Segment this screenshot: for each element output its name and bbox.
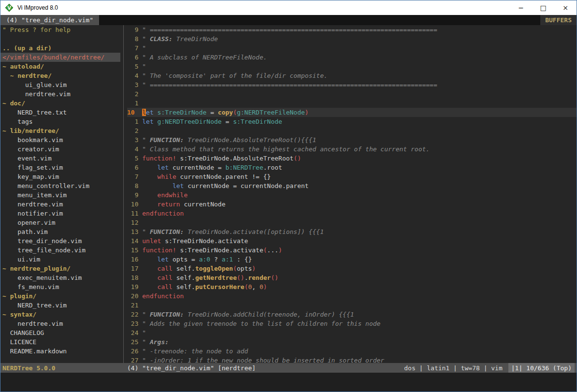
tree-file[interactable]: LICENCE xyxy=(0,337,120,347)
tree-file[interactable]: exec_menuitem.vim xyxy=(0,273,120,282)
tree-directory[interactable]: ~ nerdtree_plugin/ xyxy=(0,264,120,273)
line-number: 17 xyxy=(127,264,138,273)
code-line-current[interactable]: 10let s:TreeDirNode = copy(g:NERDTreeFil… xyxy=(127,108,577,117)
code-line[interactable]: 13" FUNCTION: TreeDirNode.activate([opti… xyxy=(127,227,577,236)
code-line[interactable]: 3" FUNCTION: TreeDirNode.AbsoluteTreeRoo… xyxy=(127,135,577,145)
tree-file[interactable]: tags xyxy=(0,117,120,126)
nerdtree-status: NERDTree 5.0.0 xyxy=(0,364,127,372)
tree-item[interactable]: </vimfiles/bundle/nerdtree/ xyxy=(0,53,120,62)
code-line[interactable]: 16 let opts = a:0 ? a:1 : {} xyxy=(127,255,577,264)
code-line[interactable]: 15function! s:TreeDirNode.activate(...) xyxy=(127,246,577,255)
line-number: 5 xyxy=(127,154,138,163)
code-line[interactable]: 5" xyxy=(127,62,577,71)
window-separator[interactable] xyxy=(120,25,127,363)
tree-file[interactable]: bookmark.vim xyxy=(0,135,120,145)
nerdtree-panel: " Press ? for help.. (up a dir)</vimfile… xyxy=(0,25,120,363)
tree-file[interactable]: README.markdown xyxy=(0,347,120,356)
tree-directory[interactable]: ~ syntax/ xyxy=(0,310,120,319)
tree-file[interactable]: menu_item.vim xyxy=(0,190,120,200)
code-line[interactable]: 12 xyxy=(127,218,577,227)
line-number: 16 xyxy=(127,255,138,264)
code-line[interactable]: 27" -inOrder: 1 if the new node should b… xyxy=(127,356,577,363)
code-line[interactable]: 9" =====================================… xyxy=(127,25,577,34)
code-line[interactable]: 17 call self.toggleOpen(opts) xyxy=(127,264,577,273)
code-line[interactable]: 6" A subclass of NERDTreeFileNode. xyxy=(127,53,577,62)
tree-directory[interactable]: ~ autoload/ xyxy=(0,62,120,71)
tree-file[interactable]: creator.vim xyxy=(0,145,120,154)
tab-tree-dir-node[interactable]: (4) "tree_dir_node.vim" xyxy=(0,15,99,25)
code-line[interactable]: 4" Class method that returns the highest… xyxy=(127,145,577,154)
code-line[interactable]: 21 xyxy=(127,301,577,310)
code-text: while currentNode.parent != {} xyxy=(142,172,271,181)
tree-file[interactable]: NERD_tree.txt xyxy=(0,108,120,117)
code-line[interactable]: 26" -treenode: the node to add xyxy=(127,347,577,356)
code-line[interactable]: 7" xyxy=(127,44,577,53)
code-line[interactable]: 20endfunction xyxy=(127,291,577,301)
code-line[interactable]: 24" xyxy=(127,328,577,337)
tree-file[interactable]: NERD_tree.vim xyxy=(0,301,120,310)
tree-file[interactable]: flag_set.vim xyxy=(0,163,120,172)
code-line[interactable]: 18 call self.getNerdtree().render() xyxy=(127,273,577,282)
code-text: " FUNCTION: TreeDirNode.addChild(treenod… xyxy=(142,310,354,319)
code-line[interactable]: 8 let currentNode = currentNode.parent xyxy=(127,181,577,190)
minimize-button[interactable]: − xyxy=(510,0,532,15)
statusline-position: |1| 10/636 (Top) xyxy=(508,363,575,373)
tree-file[interactable]: nerdtree.vim xyxy=(0,89,120,99)
line-number: 6 xyxy=(127,53,138,62)
title-bar[interactable]: V Vi IMproved 8.0 − □ × xyxy=(0,0,577,15)
code-line[interactable]: 10 return currentNode xyxy=(127,200,577,209)
tree-directory[interactable]: ~ lib/nerdtree/ xyxy=(0,126,120,135)
tree-file[interactable]: nerdtree.vim xyxy=(0,200,120,209)
close-button[interactable]: × xyxy=(554,0,577,15)
line-number: 26 xyxy=(127,347,138,356)
code-line[interactable]: 19 call self.putCursorHere(0, 0) xyxy=(127,282,577,291)
code-line[interactable]: 4" The 'composite' part of the file/dir … xyxy=(127,71,577,80)
code-line[interactable]: 23" Adds the given treenode to the list … xyxy=(127,319,577,328)
tree-file[interactable]: tree_dir_node.vim xyxy=(0,236,120,246)
tree-file[interactable]: tree_file_node.vim xyxy=(0,246,120,255)
tree-file[interactable]: menu_controller.vim xyxy=(0,181,120,190)
code-line[interactable]: 2 xyxy=(127,89,577,99)
code-line[interactable]: 3" =====================================… xyxy=(127,80,577,89)
code-line[interactable]: 22" FUNCTION: TreeDirNode.addChild(treen… xyxy=(127,310,577,319)
tree-file[interactable]: fs_menu.vim xyxy=(0,282,120,291)
tree-item[interactable]: .. (up a dir) xyxy=(0,44,120,53)
line-number: 9 xyxy=(127,190,138,200)
code-line[interactable]: 11endfunction xyxy=(127,209,577,218)
code-text: " A subclass of NERDTreeFileNode. xyxy=(142,53,267,62)
tree-file[interactable]: ui_glue.vim xyxy=(0,80,120,89)
code-line[interactable]: 1 xyxy=(127,99,577,108)
tree-file[interactable]: key_map.vim xyxy=(0,172,120,181)
code-text: unlet s:TreeDirNode.activate xyxy=(142,236,248,246)
command-line[interactable] xyxy=(0,373,577,392)
tree-directory[interactable]: ~ nerdtree/ xyxy=(0,71,120,80)
code-line[interactable]: 5function! s:TreeDirNode.AbsoluteTreeRoo… xyxy=(127,154,577,163)
code-line[interactable]: 7 while currentNode.parent != {} xyxy=(127,172,577,181)
tree-file[interactable]: notifier.vim xyxy=(0,209,120,218)
code-line[interactable]: 14unlet s:TreeDirNode.activate xyxy=(127,236,577,246)
code-line[interactable]: 9 endwhile xyxy=(127,190,577,200)
line-number: 5 xyxy=(127,62,138,71)
code-line[interactable]: 2 xyxy=(127,126,577,135)
line-number: 7 xyxy=(127,172,138,181)
code-text: endwhile xyxy=(142,190,188,200)
tree-file[interactable]: ui.vim xyxy=(0,255,120,264)
code-line[interactable]: 25" Args: xyxy=(127,337,577,347)
line-number: 24 xyxy=(127,328,138,337)
tree-directory[interactable]: ~ doc/ xyxy=(0,99,120,108)
tree-file[interactable]: path.vim xyxy=(0,227,120,236)
line-number: 13 xyxy=(127,227,138,236)
tree-file[interactable]: nerdtree.vim xyxy=(0,319,120,328)
tree-directory[interactable]: ~ plugin/ xyxy=(0,291,120,301)
line-number: 19 xyxy=(127,282,138,291)
tree-file[interactable]: CHANGELOG xyxy=(0,328,120,337)
code-text: call self.toggleOpen(opts) xyxy=(142,264,256,273)
code-line[interactable]: 6 let currentNode = b:NERDTree.root xyxy=(127,163,577,172)
tree-file[interactable]: opener.vim xyxy=(0,218,120,227)
editor-area: 9" =====================================… xyxy=(127,25,577,363)
code-text: " FUNCTION: TreeDirNode.activate([option… xyxy=(142,227,324,236)
maximize-button[interactable]: □ xyxy=(532,0,554,15)
code-line[interactable]: 8" CLASS: TreeDirNode xyxy=(127,34,577,44)
tree-file[interactable]: event.vim xyxy=(0,154,120,163)
code-line[interactable]: 1let g:NERDTreeDirNode = s:TreeDirNode xyxy=(127,117,577,126)
